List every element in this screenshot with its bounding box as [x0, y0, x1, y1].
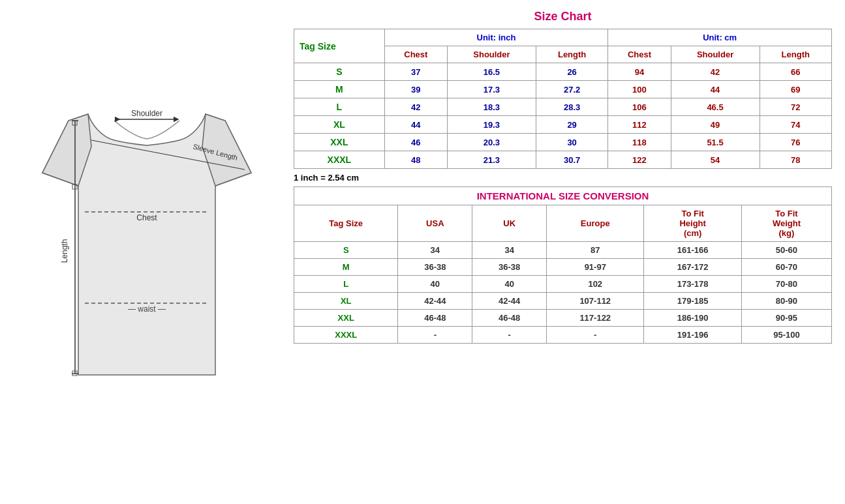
- tag-size-cell: L: [294, 98, 385, 116]
- tag-size-header: Tag Size: [294, 29, 385, 63]
- intl-height-cell: 179-185: [644, 293, 741, 310]
- inch-length-cell: 29: [536, 116, 607, 134]
- size-row: XL 44 19.3 29 112 49 74: [294, 116, 832, 134]
- intl-uk-cell: -: [472, 327, 547, 344]
- tag-size-cell: XXXL: [294, 151, 385, 169]
- cm-chest-cell: 112: [608, 116, 671, 134]
- intl-tag-cell: XL: [294, 293, 398, 310]
- inch-length-cell: 27.2: [536, 81, 607, 98]
- intl-tag-cell: L: [294, 276, 398, 293]
- intl-row: XL 42-44 42-44 107-112 179-185 80-90: [294, 293, 832, 310]
- inch-shoulder-header: Shoulder: [447, 46, 536, 63]
- inch-note: 1 inch = 2.54 cm: [294, 169, 832, 186]
- inch-length-cell: 30: [536, 134, 607, 151]
- intl-uk-header: UK: [472, 205, 547, 242]
- unit-inch-header: Unit: inch: [384, 29, 608, 46]
- cm-length-header: Length: [760, 46, 831, 63]
- inch-chest-cell: 44: [384, 116, 447, 134]
- tshirt-svg: Shoulder Chest — waist — Length Sleeve L…: [29, 62, 264, 408]
- intl-tag-header: Tag Size: [294, 205, 398, 242]
- cm-chest-cell: 118: [608, 134, 671, 151]
- size-row: M 39 17.3 27.2 100 44 69: [294, 81, 832, 98]
- intl-weight-cell: 95-100: [741, 327, 831, 344]
- intl-height-cell: 161-166: [644, 242, 741, 259]
- intl-row: L 40 40 102 173-178 70-80: [294, 276, 832, 293]
- inch-shoulder-cell: 17.3: [447, 81, 536, 98]
- right-panel: Size Chart Tag Size Unit: inch Unit: cm …: [287, 7, 838, 347]
- size-row: L 42 18.3 28.3 106 46.5 72: [294, 98, 832, 116]
- tshirt-diagram: Shoulder Chest — waist — Length Sleeve L…: [7, 7, 287, 463]
- inch-length-cell: 30.7: [536, 151, 607, 169]
- intl-europe-cell: 87: [547, 242, 644, 259]
- svg-text:Chest: Chest: [136, 213, 157, 222]
- intl-weight-cell: 90-95: [741, 310, 831, 327]
- tag-size-cell: M: [294, 81, 385, 98]
- cm-length-cell: 69: [760, 81, 831, 98]
- cm-shoulder-cell: 44: [671, 81, 760, 98]
- inch-length-cell: 26: [536, 63, 607, 81]
- cm-chest-cell: 122: [608, 151, 671, 169]
- intl-weight-cell: 70-80: [741, 276, 831, 293]
- cm-shoulder-cell: 51.5: [671, 134, 760, 151]
- inch-shoulder-cell: 20.3: [447, 134, 536, 151]
- intl-uk-cell: 46-48: [472, 310, 547, 327]
- size-row: XXXL 48 21.3 30.7 122 54 78: [294, 151, 832, 169]
- intl-row: XXL 46-48 46-48 117-122 186-190 90-95: [294, 310, 832, 327]
- intl-height-cell: 191-196: [644, 327, 741, 344]
- inch-shoulder-cell: 21.3: [447, 151, 536, 169]
- intl-uk-cell: 42-44: [472, 293, 547, 310]
- cm-length-cell: 74: [760, 116, 831, 134]
- intl-usa-cell: 46-48: [398, 310, 472, 327]
- intl-uk-cell: 40: [472, 276, 547, 293]
- intl-europe-cell: 107-112: [547, 293, 644, 310]
- svg-text:Shoulder: Shoulder: [131, 109, 162, 118]
- inch-shoulder-cell: 19.3: [447, 116, 536, 134]
- inch-chest-cell: 46: [384, 134, 447, 151]
- inch-shoulder-cell: 16.5: [447, 63, 536, 81]
- intl-weight-cell: 80-90: [741, 293, 831, 310]
- intl-tag-cell: S: [294, 242, 398, 259]
- intl-europe-cell: 117-122: [547, 310, 644, 327]
- tag-size-cell: S: [294, 63, 385, 81]
- intl-height-cell: 167-172: [644, 259, 741, 276]
- intl-tag-cell: XXXL: [294, 327, 398, 344]
- inch-chest-cell: 48: [384, 151, 447, 169]
- intl-weight-cell: 60-70: [741, 259, 831, 276]
- intl-row: M 36-38 36-38 91-97 167-172 60-70: [294, 259, 832, 276]
- cm-chest-cell: 94: [608, 63, 671, 81]
- inch-chest-cell: 42: [384, 98, 447, 116]
- intl-tag-cell: M: [294, 259, 398, 276]
- intl-usa-cell: 40: [398, 276, 472, 293]
- cm-chest-cell: 106: [608, 98, 671, 116]
- intl-usa-cell: -: [398, 327, 472, 344]
- tag-size-cell: XL: [294, 116, 385, 134]
- inch-chest-cell: 39: [384, 81, 447, 98]
- intl-uk-cell: 34: [472, 242, 547, 259]
- intl-conversion-table: INTERNATIONAL SIZE CONVERSION Tag Size U…: [294, 186, 832, 344]
- cm-shoulder-cell: 42: [671, 63, 760, 81]
- svg-text:— waist —: — waist —: [128, 304, 166, 314]
- intl-weight-header: To FitWeight(kg): [741, 205, 831, 242]
- intl-europe-header: Europe: [547, 205, 644, 242]
- intl-usa-cell: 36-38: [398, 259, 472, 276]
- inch-length-cell: 28.3: [536, 98, 607, 116]
- intl-height-cell: 186-190: [644, 310, 741, 327]
- cm-length-cell: 76: [760, 134, 831, 151]
- intl-europe-cell: -: [547, 327, 644, 344]
- intl-tag-cell: XXL: [294, 310, 398, 327]
- inch-length-header: Length: [536, 46, 607, 63]
- cm-shoulder-cell: 54: [671, 151, 760, 169]
- cm-shoulder-cell: 49: [671, 116, 760, 134]
- unit-cm-header: Unit: cm: [608, 29, 832, 46]
- inch-chest-header: Chest: [384, 46, 447, 63]
- size-row: XXL 46 20.3 30 118 51.5 76: [294, 134, 832, 151]
- cm-length-cell: 66: [760, 63, 831, 81]
- intl-uk-cell: 36-38: [472, 259, 547, 276]
- cm-chest-header: Chest: [608, 46, 671, 63]
- inch-chest-cell: 37: [384, 63, 447, 81]
- size-chart-table: Tag Size Unit: inch Unit: cm Chest Shoul…: [294, 29, 832, 169]
- intl-usa-header: USA: [398, 205, 472, 242]
- cm-shoulder-header: Shoulder: [671, 46, 760, 63]
- intl-height-header: To FitHeight(cm): [644, 205, 741, 242]
- size-chart-title: Size Chart: [294, 10, 832, 23]
